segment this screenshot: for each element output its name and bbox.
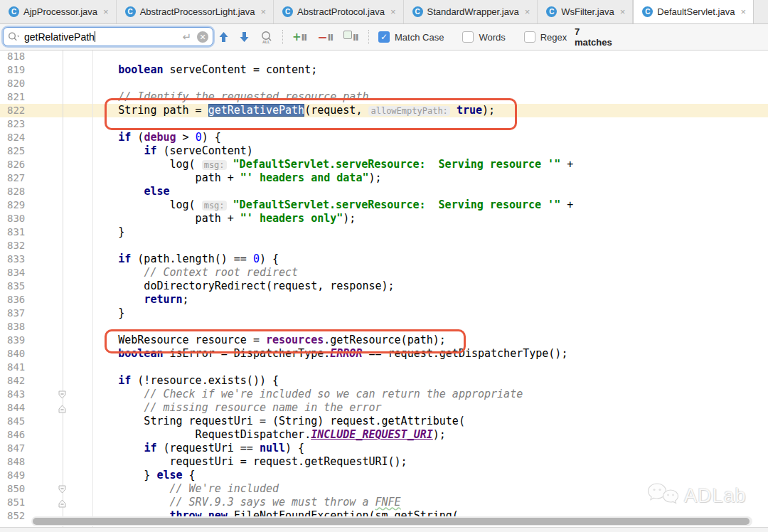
code-line-833: if (path.length() == 0) { (67, 252, 573, 266)
line-number: 823 (7, 117, 25, 131)
checkbox-icon[interactable] (462, 31, 474, 43)
code-line-832 (67, 239, 573, 252)
toolbar-separator (368, 30, 369, 44)
line-number: 838 (7, 320, 25, 334)
close-tab-icon[interactable]: × (740, 7, 746, 16)
toggle-match-case[interactable]: ✓Match Case (378, 31, 444, 43)
close-tab-icon[interactable]: × (620, 7, 626, 16)
close-tab-icon[interactable]: × (525, 7, 530, 16)
line-number: 820 (7, 77, 25, 90)
code-line-831: } (67, 225, 573, 239)
checkbox-icon[interactable]: ✓ (378, 31, 390, 43)
code-line-835: doDirectoryRedirect(request, response); (67, 280, 573, 293)
toggle-words[interactable]: Words (462, 31, 505, 43)
code-line-849: } else { (67, 469, 573, 482)
line-numbers: 8188198208218228238248258268278288298308… (7, 50, 25, 523)
parameter-hint: msg: (202, 160, 227, 170)
line-number: 839 (7, 334, 25, 347)
code-line-834: // Context root redirect (67, 266, 573, 280)
line-number: 847 (7, 442, 25, 455)
class-icon: C (546, 6, 557, 17)
line-number: 836 (7, 293, 25, 307)
tab-label: AbstractProcessorLight.java (140, 6, 255, 17)
fold-up-icon[interactable] (58, 498, 67, 511)
tab-label: WsFilter.java (561, 6, 614, 17)
code-line-828: else (67, 185, 573, 198)
toolbar-separator (282, 30, 283, 44)
line-number: 832 (7, 239, 25, 252)
line-number: 852 (7, 509, 25, 523)
code-line-824: if (debug > 0) { (67, 131, 573, 144)
line-number: 844 (7, 401, 25, 415)
fold-down-icon[interactable] (58, 484, 67, 497)
line-number: 842 (7, 374, 25, 388)
svg-text:ALL: ALL (262, 39, 270, 43)
search-query-text: getRelativePath (24, 31, 182, 43)
find-toolbar: getRelativePath ↵ ✕ ALL +Ⅱ −Ⅱ Ⅱ (0, 24, 768, 50)
line-number: 850 (7, 482, 25, 496)
line-number: 843 (7, 388, 25, 401)
find-next-icon[interactable] (239, 31, 250, 43)
tab-wsfilter-java[interactable]: CWsFilter.java× (538, 0, 633, 23)
line-number: 846 (7, 428, 25, 442)
remove-selection-icon[interactable]: −Ⅱ (317, 30, 334, 44)
code-line-836: return; (67, 293, 573, 307)
find-all-occurrences-icon[interactable]: ALL (260, 31, 273, 44)
code-line-829: log( msg: "DefaultServlet.serveResource:… (67, 198, 573, 212)
line-number: 829 (7, 198, 25, 212)
find-previous-icon[interactable] (218, 31, 229, 43)
line-number: 835 (7, 280, 25, 293)
code-line-847: if (requestUri == null) { (67, 442, 573, 455)
code-line-827: path + "' headers and data"); (67, 171, 573, 185)
line-number: 849 (7, 469, 25, 482)
clear-search-icon[interactable]: ✕ (197, 31, 208, 43)
close-tab-icon[interactable]: × (103, 7, 109, 16)
line-number: 834 (7, 266, 25, 280)
class-icon: C (412, 6, 423, 17)
window-bottom-edge (0, 527, 768, 532)
code-line-820 (67, 77, 573, 90)
line-number: 851 (7, 496, 25, 509)
code-line-846: RequestDispatcher.INCLUDE_REQUEST_URI); (67, 428, 573, 442)
annotation-highlight-box-lines-839 (105, 329, 466, 353)
close-tab-icon[interactable]: × (261, 7, 267, 16)
toggle-regex[interactable]: Regex (524, 31, 567, 43)
text-caret (95, 31, 95, 42)
add-selection-icon[interactable]: +Ⅱ (292, 31, 307, 43)
tab-abstractprocessorlight-java[interactable]: CAbstractProcessorLight.java× (117, 0, 274, 23)
tab-defaultservlet-java[interactable]: CDefaultServlet.java× (633, 0, 754, 23)
fold-down-icon[interactable] (58, 390, 67, 403)
tab-bar: CAjpProcessor.java×CAbstractProcessorLig… (0, 0, 768, 24)
tab-label: StandardWrapper.java (427, 6, 519, 17)
line-number: 840 (7, 347, 25, 361)
code-line-825: if (serveContent) (67, 144, 573, 158)
horizontal-scrollbar-thumb[interactable] (33, 518, 750, 525)
line-number: 821 (7, 90, 25, 104)
tab-ajpprocessor-java[interactable]: CAjpProcessor.java× (0, 0, 117, 23)
gutter-separator (63, 50, 63, 527)
code-line-826: log( msg: "DefaultServlet.serveResource:… (67, 158, 573, 171)
code-line-843: // Check if we're included so we can ret… (67, 388, 573, 401)
fold-up-icon[interactable] (58, 403, 67, 416)
tab-standardwrapper-java[interactable]: CStandardWrapper.java× (404, 0, 538, 23)
close-tab-icon[interactable]: × (390, 7, 396, 16)
select-all-occurrences-icon[interactable]: Ⅱ (343, 32, 359, 43)
checkbox-icon[interactable] (524, 31, 535, 43)
tab-abstractprotocol-java[interactable]: CAbstractProtocol.java× (274, 0, 403, 23)
line-number: 828 (7, 185, 25, 198)
enter-hint-icon: ↵ (182, 31, 191, 43)
line-number: 827 (7, 171, 25, 185)
code-line-850: // We're included (67, 482, 573, 496)
match-count: 7 matches (575, 26, 612, 48)
code-line-842: if (!resource.exists()) { (67, 374, 573, 388)
search-input[interactable]: getRelativePath ↵ ✕ (3, 27, 213, 46)
code-line-844: // missing resource name in the error (67, 401, 573, 415)
annotation-highlight-box-lines-821-822 (105, 98, 517, 130)
code-line-845: String requestUri = (String) request.get… (67, 415, 573, 428)
code-line-818 (67, 50, 573, 63)
line-number: 833 (7, 252, 25, 266)
watermark-text: ADLab (684, 485, 747, 507)
class-icon: C (642, 6, 653, 17)
line-number: 848 (7, 455, 25, 469)
line-number: 819 (7, 63, 25, 77)
